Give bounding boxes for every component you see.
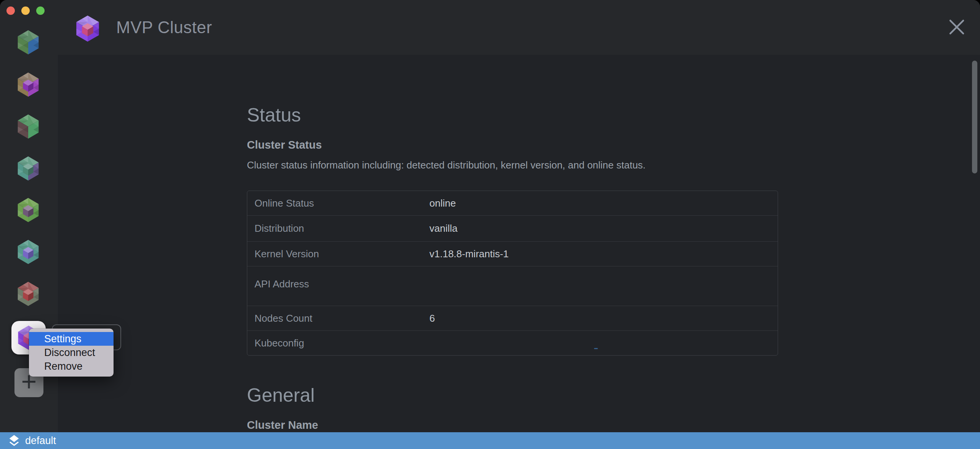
cluster-settings-page: Status Cluster Status Cluster status inf… — [58, 55, 980, 432]
menu-item-disconnect[interactable]: Disconnect — [29, 346, 114, 359]
cluster-status-label: Cluster Status — [247, 138, 980, 152]
table-row: Kernel Version v1.18.8-mirantis-1 — [247, 241, 778, 266]
table-row: API Address — [247, 266, 778, 306]
traffic-lights — [6, 6, 45, 15]
menu-item-remove[interactable]: Remove — [29, 359, 114, 373]
cluster-status-table: Online Status online Distribution vanill… — [247, 191, 778, 356]
cluster-icon-cluster-5[interactable] — [14, 196, 42, 224]
cluster-name-label: Cluster Name — [247, 418, 980, 432]
namespace-layers-icon — [8, 435, 20, 447]
kubeconfig-link-dash — [594, 348, 598, 349]
namespace-indicator: default — [25, 435, 56, 447]
cluster-context-menu: Settings Disconnect Remove — [29, 329, 114, 377]
status-section-heading: Status — [247, 104, 980, 127]
general-section-heading: General — [247, 384, 980, 407]
status-bar: default — [0, 432, 980, 449]
cluster-icon-cluster-3[interactable] — [14, 113, 42, 140]
traffic-light-close[interactable] — [6, 6, 15, 15]
menu-item-settings[interactable]: Settings — [29, 332, 114, 346]
cluster-icon-cluster-1[interactable] — [14, 29, 42, 56]
close-icon[interactable] — [948, 18, 966, 36]
cluster-icon-cluster-2[interactable] — [14, 71, 42, 98]
cluster-status-description: Cluster status information including: de… — [247, 159, 980, 172]
cluster-icon-cluster-7[interactable] — [14, 280, 42, 308]
cluster-header: MVP Cluster — [58, 0, 980, 55]
cluster-title: MVP Cluster — [116, 0, 212, 55]
table-row: Kubeconfig — [247, 330, 778, 355]
cluster-icon-cluster-6[interactable] — [14, 238, 42, 266]
app-window: + MVP Cluster Status Cluster Status Clus… — [0, 0, 980, 449]
scrollbar-thumb[interactable] — [972, 61, 977, 173]
table-row: Distribution vanilla — [247, 215, 778, 241]
cluster-icon-cluster-4[interactable] — [14, 155, 42, 182]
table-row: Nodes Count 6 — [247, 306, 778, 330]
table-row: Online Status online — [247, 191, 778, 215]
cluster-title-icon — [72, 14, 103, 43]
traffic-light-minimize[interactable] — [21, 6, 30, 15]
traffic-light-zoom[interactable] — [36, 6, 45, 15]
